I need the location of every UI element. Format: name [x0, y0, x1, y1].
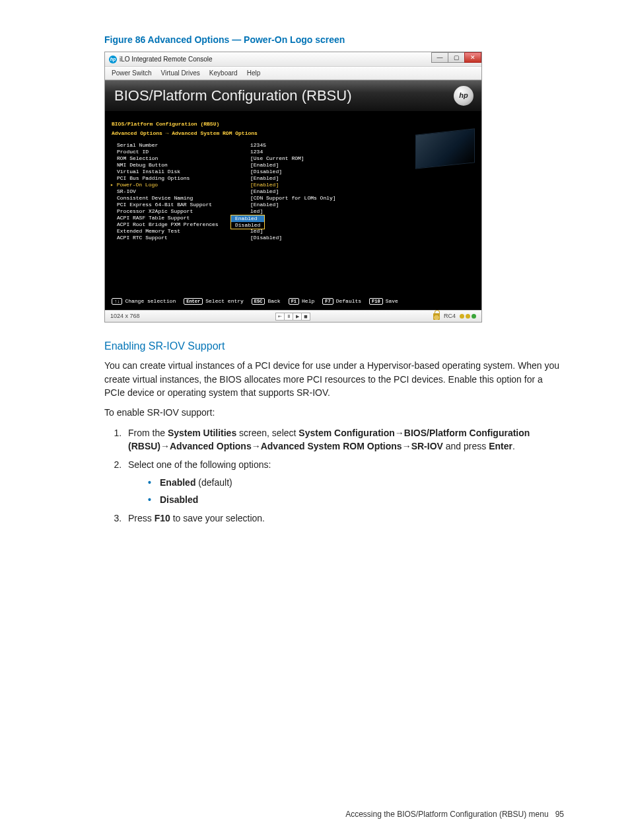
- bios-row[interactable]: Extended Memory Test led]: [112, 228, 475, 235]
- bios-row-label: Product ID: [112, 149, 250, 155]
- menubar: Power Switch Virtual Drives Keyboard Hel…: [105, 67, 481, 80]
- bios-popup[interactable]: Enabled Disabled: [230, 215, 265, 229]
- hp-logo-icon: hp: [454, 86, 473, 106]
- key-hint: F10: [369, 298, 383, 305]
- t: SR-IOV: [411, 441, 443, 451]
- bios-row[interactable]: ACPI RTC Support[Disabled]: [112, 235, 475, 241]
- bios-subheading: BIOS/Platform Configuration (RBSU): [112, 121, 475, 128]
- key-hint-label: Defaults: [336, 298, 361, 305]
- bios-row-value: [Enabled]: [250, 175, 279, 182]
- t: (default): [195, 477, 232, 488]
- bios-row-value: [Enabled]: [250, 162, 279, 169]
- bios-row-label: PCI Bus Padding Options: [112, 175, 250, 182]
- bios-row[interactable]: ACPI RASF Table Support ed]: [112, 215, 475, 221]
- bios-row-value: [Disabled]: [250, 169, 282, 175]
- close-button[interactable]: ✕: [464, 52, 481, 63]
- bios-row-value: [Enabled]: [250, 188, 279, 195]
- key-hint-label: Save: [386, 298, 398, 305]
- t: Press: [128, 513, 155, 523]
- menu-keyboard[interactable]: Keyboard: [209, 69, 238, 79]
- status-rc: RC4: [444, 312, 456, 321]
- step-2: Select one of the following options: Ena…: [124, 458, 564, 506]
- figure-caption: Figure 86 Advanced Options — Power-On Lo…: [104, 33, 564, 46]
- bios-row-label: Virtual Install Disk: [112, 169, 250, 175]
- menu-virtual-drives[interactable]: Virtual Drives: [161, 69, 200, 79]
- t: Enter: [489, 441, 512, 451]
- bios-row-label: Consistent Device Naming: [112, 195, 250, 202]
- bios-row-label: ACPI RASF Table Support: [112, 215, 250, 221]
- bios-row-label: Serial Number: [112, 142, 250, 149]
- bios-row[interactable]: PCI Express 64-Bit BAR Support[Enabled]: [112, 202, 475, 208]
- t: screen, select: [236, 428, 298, 438]
- bios-key-hints: ↑↓Change selectionEnterSelect entryESCBa…: [112, 298, 403, 305]
- t: to save your selection.: [170, 513, 265, 523]
- t: Advanced System ROM Options: [261, 441, 402, 451]
- t: and press: [443, 441, 489, 451]
- bios-row-value: [Enabled]: [250, 182, 279, 188]
- status-btn-1[interactable]: ⇤: [275, 313, 285, 321]
- t: F10: [155, 513, 170, 523]
- key-hint-label: Change selection: [125, 298, 176, 305]
- step-1: From the System Utilities screen, select…: [124, 426, 564, 453]
- bios-row-value: [Enabled]: [250, 202, 279, 208]
- key-hint: Enter: [184, 298, 203, 305]
- bios-title: BIOS/Platform Configuration (RBSU): [114, 85, 351, 106]
- key-hint: F7: [322, 298, 333, 305]
- bios-row[interactable]: Virtual Install Disk[Disabled]: [112, 169, 475, 175]
- screenshot-window: hp iLO Integrated Remote Console — ▢ ✕ P…: [104, 52, 482, 323]
- statusbar: 1024 x 768 ⇤ ⏸ ▶ ◼ RC4: [105, 310, 481, 322]
- status-btn-pause[interactable]: ⏸: [284, 313, 293, 321]
- status-btn-stop[interactable]: ◼: [301, 313, 310, 321]
- paragraph-intro: You can create virtual instances of a PC…: [104, 359, 564, 399]
- popup-option-enabled[interactable]: Enabled: [231, 215, 264, 222]
- status-dot-3: [472, 314, 476, 319]
- key-hint-label: Help: [302, 298, 314, 305]
- bios-row[interactable]: ACPI Root Bridge PXM Preferences ed]: [112, 221, 475, 228]
- status-btn-play[interactable]: ▶: [293, 313, 302, 321]
- bios-row-label: ACPI Root Bridge PXM Preferences: [112, 221, 250, 228]
- steps-list: From the System Utilities screen, select…: [104, 426, 564, 525]
- options-list: Enabled (default) Disabled: [128, 476, 564, 507]
- bios-row-value: 12345: [250, 142, 266, 149]
- section-heading: Enabling SR-IOV Support: [104, 338, 564, 354]
- option-enabled: Enabled (default): [148, 476, 564, 489]
- arrow-icon: →: [395, 428, 404, 438]
- popup-option-disabled[interactable]: Disabled: [231, 222, 264, 229]
- bios-row[interactable]: Processor X2Apic Support led]: [112, 208, 475, 215]
- menu-power-switch[interactable]: Power Switch: [112, 69, 152, 79]
- t: Advanced Options: [170, 441, 252, 451]
- bios-row-value: led]: [250, 208, 263, 215]
- window-title: iLO Integrated Remote Console: [120, 55, 213, 65]
- paragraph-lead: To enable SR-IOV support:: [104, 406, 564, 419]
- menu-help[interactable]: Help: [247, 69, 261, 79]
- bios-row[interactable]: PCI Bus Padding Options[Enabled]: [112, 175, 475, 182]
- hp-mini-icon: hp: [109, 56, 117, 63]
- bios-row-value: [Disabled]: [250, 235, 282, 241]
- server-image: [415, 129, 475, 169]
- bios-row-value: [Use Current ROM]: [250, 155, 304, 162]
- maximize-button[interactable]: ▢: [448, 52, 465, 63]
- t: System Configuration: [298, 428, 394, 438]
- bios-row[interactable]: Consistent Device Naming[CDN Support for…: [112, 195, 475, 202]
- titlebar: hp iLO Integrated Remote Console — ▢ ✕: [105, 52, 481, 67]
- bios-row-value: [CDN Support for LOMs Only]: [250, 195, 336, 202]
- key-hint-label: Select entry: [205, 298, 244, 305]
- arrow-icon: →: [160, 441, 170, 451]
- status-resolution: 1024 x 768: [110, 312, 140, 321]
- t: System Utilities: [168, 428, 236, 438]
- bios-body: BIOS/Platform Configuration (RBSU) Advan…: [105, 112, 481, 310]
- minimize-button[interactable]: —: [431, 52, 448, 63]
- bios-row[interactable]: SR-IOV[Enabled]: [112, 188, 475, 195]
- arrow-icon: →: [402, 441, 411, 451]
- bios-row-label: Processor X2Apic Support: [112, 208, 250, 215]
- bios-row-value: 1234: [250, 149, 263, 155]
- bios-row-label: ACPI RTC Support: [112, 235, 250, 241]
- bios-header: BIOS/Platform Configuration (RBSU) hp: [105, 80, 481, 112]
- bios-row[interactable]: Power-On Logo[Enabled]: [112, 182, 475, 188]
- status-center-buttons: ⇤ ⏸ ▶ ◼: [276, 313, 310, 321]
- key-hint: ↑↓: [112, 298, 122, 305]
- step-3: Press F10 to save your selection.: [124, 512, 564, 525]
- t: Disabled: [160, 494, 198, 505]
- bios-row-label: SR-IOV: [112, 188, 250, 195]
- key-hint: ESC: [252, 298, 265, 305]
